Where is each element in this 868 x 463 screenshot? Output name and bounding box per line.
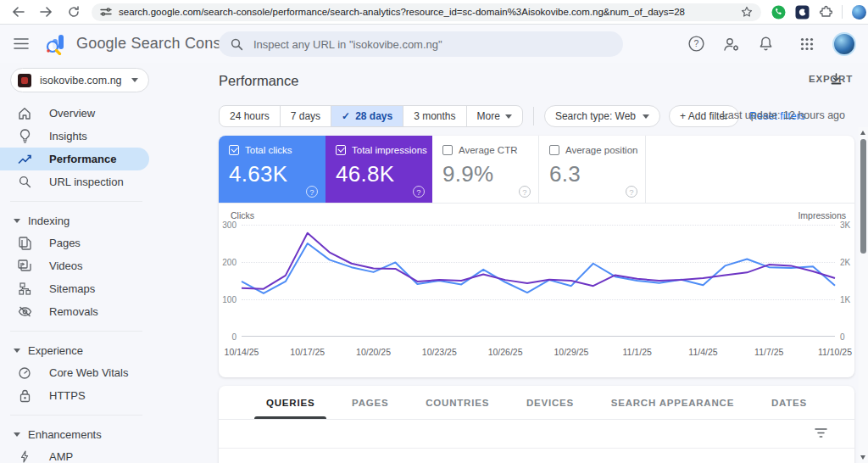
sidebar-item-videos[interactable]: Videos	[0, 254, 149, 277]
range-24-hours[interactable]: 24 hours	[220, 106, 281, 126]
browser-profile-avatar[interactable]	[852, 5, 866, 20]
checkbox-icon[interactable]	[229, 145, 239, 155]
tab-countries[interactable]: COUNTRIES	[414, 386, 501, 419]
range-3-months[interactable]: 3 months	[403, 106, 466, 126]
sidebar-item-label: Sitemaps	[49, 282, 95, 295]
property-selector[interactable]: isokovibe.com.ng	[10, 68, 149, 92]
chevron-down-icon	[14, 432, 20, 437]
sidebar-item-pages[interactable]: Pages	[0, 232, 149, 254]
export-button[interactable]: EXPORT	[831, 73, 842, 85]
sidebar-item-amp[interactable]: AMP	[0, 445, 149, 463]
help-circle-icon[interactable]: ?	[306, 186, 318, 198]
export-label: EXPORT	[809, 74, 853, 84]
filter-list-icon[interactable]	[815, 427, 827, 438]
menu-hamburger-icon[interactable]	[14, 38, 29, 49]
checkbox-icon[interactable]	[336, 145, 346, 155]
sidebar-item-url-inspection[interactable]: URL inspection	[0, 170, 149, 193]
metric-card-position[interactable]: Average position 6.3 ?	[539, 136, 646, 204]
help-circle-icon[interactable]: ?	[413, 186, 425, 198]
magnifier-icon	[17, 176, 32, 188]
range-28-days[interactable]: ✓ 28 days	[331, 106, 403, 126]
metric-label: Average CTR	[459, 145, 517, 155]
section-indexing[interactable]: Indexing	[0, 209, 203, 232]
property-favicon	[18, 74, 31, 87]
scroll-up-arrow-icon[interactable]	[860, 131, 865, 135]
search-type-filter[interactable]: Search type: Web	[544, 105, 660, 127]
user-settings-icon[interactable]	[723, 36, 740, 52]
google-apps-grid-icon[interactable]	[800, 37, 814, 51]
metric-card-ctr[interactable]: Average CTR 9.9% ?	[432, 136, 539, 204]
sidebar-item-label: HTTPS	[49, 389, 86, 402]
sidebar-item-label: Videos	[49, 259, 83, 272]
line-chart-plot[interactable]: 300 200 100 0 3K 2K 1K 0	[242, 225, 835, 337]
speedometer-icon	[17, 367, 32, 379]
property-name: isokovibe.com.ng	[40, 75, 123, 86]
bookmark-star-icon[interactable]	[741, 6, 753, 18]
sidebar-item-label: Overview	[49, 107, 95, 120]
range-7-days[interactable]: 7 days	[281, 106, 331, 126]
range-more-dropdown[interactable]: More	[467, 106, 522, 126]
dark-extension-icon[interactable]	[795, 5, 810, 20]
browser-forward-icon[interactable]	[40, 7, 53, 17]
browser-chrome: search.google.com/search-console/perform…	[0, 0, 868, 25]
x-tick: 11/10/25	[818, 347, 852, 357]
notifications-bell-icon[interactable]	[759, 36, 773, 52]
checkbox-icon[interactable]	[549, 145, 559, 155]
sidebar-item-label: Performance	[49, 153, 116, 165]
metric-value: 9.9%	[442, 161, 528, 187]
metric-card-impressions[interactable]: Total impressions 46.8K ?	[326, 136, 432, 204]
section-enhancements[interactable]: Enhancements	[0, 423, 203, 445]
sidebar-item-overview[interactable]: Overview	[0, 102, 149, 125]
sidebar-item-label: Removals	[49, 305, 98, 318]
tab-devices[interactable]: DEVICES	[515, 386, 586, 419]
site-settings-icon[interactable]	[100, 7, 112, 17]
metric-label: Total impressions	[352, 145, 427, 155]
vertical-scrollbar[interactable]	[859, 127, 868, 463]
main-content: Performance EXPORT 24 hours 7 days ✓ 28 …	[203, 63, 859, 463]
browser-back-icon[interactable]	[12, 7, 25, 17]
metric-label: Average position	[565, 145, 637, 155]
sitemap-tree-icon	[17, 282, 32, 295]
tab-dates[interactable]: DATES	[760, 386, 819, 419]
lock-icon	[17, 389, 32, 403]
tab-search-appearance[interactable]: SEARCH APPEARANCE	[599, 386, 746, 419]
browser-reload-icon[interactable]	[68, 6, 80, 18]
section-experience[interactable]: Experience	[0, 339, 203, 361]
divider	[533, 107, 534, 126]
sidebar-item-core-web-vitals[interactable]: Core Web Vitals	[0, 361, 149, 384]
scrollbar-thumb[interactable]	[860, 139, 866, 254]
x-tick: 10/20/25	[356, 347, 391, 357]
left-axis-title: Clicks	[231, 210, 254, 220]
check-icon: ✓	[342, 110, 350, 122]
tab-pages[interactable]: PAGES	[340, 386, 400, 419]
checkbox-icon[interactable]	[442, 145, 453, 155]
sidebar-item-removals[interactable]: Removals	[0, 300, 149, 323]
help-circle-icon[interactable]: ?	[626, 186, 637, 198]
home-icon	[17, 107, 32, 120]
lightbulb-icon	[17, 129, 32, 143]
x-tick: 10/14/25	[225, 347, 259, 357]
x-tick: 10/26/25	[488, 347, 523, 357]
sidebar-item-performance[interactable]: Performance	[0, 148, 149, 170]
help-circle-icon[interactable]: ?	[519, 186, 531, 198]
metric-card-clicks[interactable]: Total clicks 4.63K ?	[219, 136, 326, 204]
url-inspect-search-input[interactable]: Inspect any URL in "isokovibe.com.ng"	[219, 31, 623, 57]
sidebar-item-label: Pages	[49, 237, 81, 249]
chevron-down-icon	[643, 114, 649, 119]
extensions-puzzle-icon[interactable]	[819, 5, 832, 19]
x-tick: 11/7/25	[754, 347, 783, 357]
eye-slash-icon	[17, 306, 32, 317]
scroll-down-arrow-icon[interactable]	[860, 455, 865, 460]
sidebar-item-insights[interactable]: Insights	[0, 125, 149, 148]
sidebar-item-sitemaps[interactable]: Sitemaps	[0, 277, 149, 300]
search-console-logo-icon[interactable]	[44, 33, 68, 55]
address-bar[interactable]: search.google.com/search-console/perform…	[92, 3, 761, 21]
help-icon[interactable]: ?	[688, 36, 704, 52]
sidebar-item-label: Insights	[49, 130, 87, 142]
lightning-bolt-icon	[17, 450, 32, 463]
whatsapp-extension-icon[interactable]	[771, 5, 786, 20]
sidebar-item-https[interactable]: HTTPS	[0, 384, 149, 407]
account-avatar[interactable]	[832, 32, 856, 56]
chevron-down-icon	[505, 114, 512, 119]
tab-queries[interactable]: QUERIES	[254, 386, 326, 419]
